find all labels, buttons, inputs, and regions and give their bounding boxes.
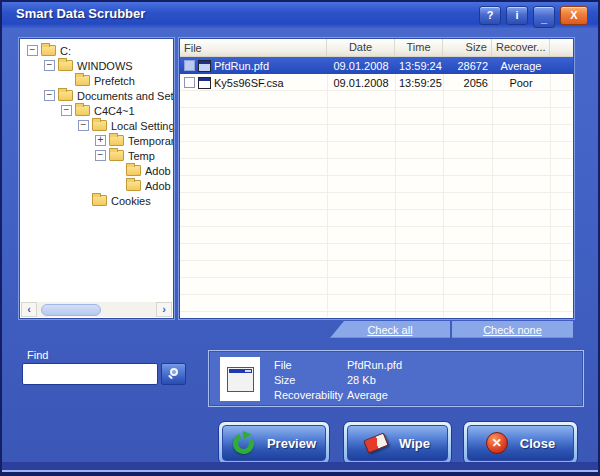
grid-line: [492, 57, 493, 317]
close-window-button[interactable]: Close: [463, 421, 578, 465]
window-title: Smart Data Scrubber: [16, 6, 145, 21]
tree-item-adobe-1[interactable]: Adob: [20, 163, 173, 178]
details-recover-label: Recoverability: [274, 388, 347, 403]
app-window: Smart Data Scrubber ? i _ X C: WINDOWS: [0, 0, 600, 476]
scroll-right-icon[interactable]: [156, 302, 172, 317]
folder-tree: C: WINDOWS Prefetch Documents and Settin: [20, 39, 173, 208]
file-time: 13:59:24: [395, 60, 443, 72]
folder-icon: [126, 180, 141, 191]
details-recover-value: Average: [347, 388, 388, 403]
file-name: PfdRun.pfd: [214, 60, 269, 72]
titlebar-buttons: ? i _ X: [479, 6, 588, 28]
wipe-button[interactable]: Wipe: [343, 421, 452, 465]
folder-icon: [109, 150, 124, 161]
details-size-label: Size: [274, 373, 347, 388]
folder-icon: [41, 45, 56, 56]
tree-item-documents-and-settings[interactable]: Documents and Settin: [20, 88, 173, 103]
grid-line: [327, 57, 328, 317]
file-date: 09.01.2008: [327, 77, 395, 89]
collapse-icon[interactable]: [27, 45, 38, 56]
file-row-pfdrun[interactable]: PfdRun.pfd 09.01.2008 13:59:24 28672 Ave…: [180, 57, 573, 74]
find-label: Find: [27, 349, 48, 361]
tree-spacer: [112, 165, 123, 176]
file-recoverability: Average: [492, 60, 550, 72]
file-time: 13:59:25: [395, 77, 443, 89]
column-header-size[interactable]: Size: [443, 39, 492, 56]
row-checkbox[interactable]: [184, 77, 195, 88]
column-header-file[interactable]: File: [180, 39, 327, 56]
folder-icon: [109, 135, 124, 146]
scroll-thumb[interactable]: [41, 304, 101, 316]
details-file-label: File: [274, 358, 347, 373]
folder-icon: [92, 195, 107, 206]
titlebar[interactable]: Smart Data Scrubber ? i _ X: [0, 0, 600, 28]
tree-item-windows[interactable]: WINDOWS: [20, 58, 173, 73]
folder-icon: [92, 120, 107, 131]
file-type-icon: [198, 60, 211, 72]
tree-spacer: [112, 180, 123, 191]
eraser-icon: [363, 432, 389, 453]
collapse-icon[interactable]: [61, 105, 72, 116]
find-input[interactable]: [22, 363, 158, 385]
check-none-link[interactable]: Check none: [452, 321, 573, 338]
tree-item-prefetch[interactable]: Prefetch: [20, 73, 173, 88]
application-window-icon: [227, 367, 254, 392]
collapse-icon[interactable]: [44, 90, 55, 101]
file-size: 28672: [443, 60, 492, 72]
file-preview-box: [220, 357, 260, 401]
folder-icon: [126, 165, 141, 176]
tree-item-adobe-2[interactable]: Adob: [20, 178, 173, 193]
grid-line: [443, 57, 444, 317]
expand-icon[interactable]: [95, 135, 106, 146]
row-checkbox[interactable]: [184, 60, 195, 71]
column-header-recover[interactable]: Recover...: [492, 39, 550, 56]
preview-button[interactable]: Preview: [218, 421, 330, 465]
grid-line: [550, 57, 551, 317]
close-button[interactable]: X: [560, 6, 588, 25]
tree-item-c4c4-1[interactable]: C4C4~1: [20, 103, 173, 118]
file-details-grid: File PfdRun.pfd Size 28 Kb Recoverabilit…: [274, 358, 402, 403]
tree-item-temporary[interactable]: Temporar: [20, 133, 173, 148]
file-row-ky5s96sf[interactable]: Ky5s96SF.csa 09.01.2008 13:59:25 2056 Po…: [180, 74, 573, 91]
column-header-date[interactable]: Date: [327, 39, 395, 56]
tree-item-cookies[interactable]: Cookies: [20, 193, 173, 208]
file-type-icon: [198, 77, 211, 89]
search-icon: [167, 367, 181, 381]
file-size: 2056: [443, 77, 492, 89]
tree-item-temp[interactable]: Temp: [20, 148, 173, 163]
minimize-button[interactable]: _: [533, 6, 555, 28]
folder-icon: [75, 105, 90, 116]
scroll-left-icon[interactable]: [21, 302, 37, 317]
info-button[interactable]: i: [506, 6, 528, 25]
file-list-panel: File Date Time Size Recover... PfdRun.pf…: [179, 38, 574, 319]
file-date: 09.01.2008: [327, 60, 395, 72]
grid-line: [395, 57, 396, 317]
file-list-body: PfdRun.pfd 09.01.2008 13:59:24 28672 Ave…: [180, 57, 573, 317]
close-x-icon: [486, 432, 508, 454]
preview-refresh-icon: [232, 432, 255, 455]
tree-item-c-drive[interactable]: C:: [20, 43, 173, 58]
details-size-value: 28 Kb: [347, 373, 376, 388]
tree-item-local-settings[interactable]: Local Settings: [20, 118, 173, 133]
file-list-header: File Date Time Size Recover...: [180, 39, 573, 57]
window-frame-edge: [0, 472, 600, 476]
file-details-panel: File PfdRun.pfd Size 28 Kb Recoverabilit…: [208, 350, 584, 407]
collapse-icon[interactable]: [78, 120, 89, 131]
check-all-link[interactable]: Check all: [330, 321, 450, 338]
file-name: Ky5s96SF.csa: [214, 77, 284, 89]
details-file-value: PfdRun.pfd: [347, 358, 402, 373]
search-button[interactable]: [161, 363, 186, 385]
folder-tree-panel: C: WINDOWS Prefetch Documents and Settin: [19, 38, 174, 319]
collapse-icon[interactable]: [95, 150, 106, 161]
collapse-icon[interactable]: [44, 60, 55, 71]
tree-horizontal-scrollbar[interactable]: [21, 302, 172, 317]
tree-spacer: [78, 195, 89, 206]
help-button[interactable]: ?: [479, 6, 501, 25]
folder-icon: [58, 90, 73, 101]
folder-icon: [75, 75, 90, 86]
check-links-bar: Check all Check none: [0, 321, 600, 338]
column-header-time[interactable]: Time: [395, 39, 443, 56]
window-frame-band: [2, 462, 598, 470]
file-recoverability: Poor: [492, 77, 550, 89]
tree-spacer: [61, 75, 72, 86]
